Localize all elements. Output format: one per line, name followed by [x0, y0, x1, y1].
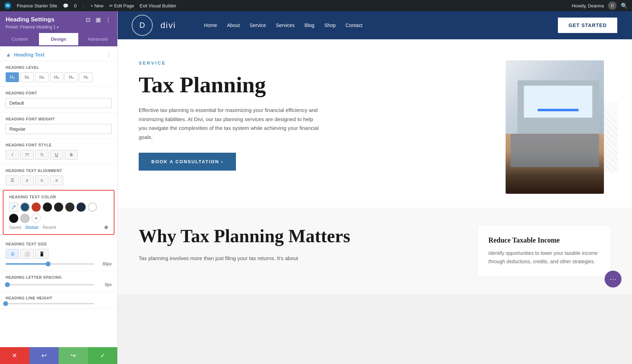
- nav-links: Home About Service Services Blog Shop Co…: [204, 22, 362, 28]
- howdy-text: Howdy, Deanna: [572, 3, 604, 8]
- h6-button[interactable]: H₆: [79, 72, 93, 82]
- exit-builder-button[interactable]: Exit Visual Builder: [140, 3, 177, 8]
- tab-design[interactable]: Design: [39, 33, 78, 46]
- hero-image-area: [506, 60, 611, 194]
- h4-button[interactable]: H₄: [50, 72, 63, 82]
- panel-content: ▲ Heading Text ⋮ Heading Level H₁ H₂ H₃ …: [0, 46, 117, 347]
- section-actions: ⋮: [106, 51, 112, 58]
- italic-button[interactable]: I: [6, 150, 19, 160]
- site-nav: D divi Home About Service Services Blog …: [118, 11, 632, 39]
- tablet-icon[interactable]: ⬜: [20, 249, 34, 259]
- letter-spacing-slider-thumb[interactable]: [5, 282, 10, 287]
- heading-font-group: Heading Font Default: [0, 87, 117, 113]
- heading-letter-spacing-group: Heading Letter Spacing 0px: [0, 271, 117, 292]
- line-height-slider-thumb[interactable]: [3, 301, 8, 306]
- left-panel: Heading Settings ⊡ ▣ ⋮ Preset: Finance H…: [0, 11, 118, 364]
- color-swatch-navy[interactable]: [77, 203, 86, 212]
- align-right-button[interactable]: ≡: [35, 176, 48, 185]
- color-swatch-red[interactable]: [32, 203, 41, 212]
- undo-button[interactable]: ↩: [29, 347, 59, 364]
- color-tab-saved[interactable]: Saved: [9, 225, 21, 230]
- search-icon[interactable]: 🔍: [621, 2, 628, 9]
- layout-icon[interactable]: ▣: [96, 16, 102, 23]
- desktop-icon[interactable]: 🖥: [6, 249, 19, 259]
- preset-chevron-icon[interactable]: ▾: [57, 25, 59, 29]
- color-tab-global[interactable]: Global: [25, 225, 38, 230]
- heading-line-height-group: Heading Line Height: [0, 292, 117, 309]
- edit-page-button[interactable]: ✏ Edit Page: [109, 3, 134, 8]
- heading-text-color-section: Heading Text Color +: [3, 190, 114, 235]
- heading-text-size-label: Heading Text Size: [6, 242, 112, 246]
- align-justify-button[interactable]: ≡: [50, 176, 63, 185]
- heading-font-weight-group: Heading Font Weight Regular: [0, 113, 117, 139]
- h5-button[interactable]: H₅: [65, 72, 78, 82]
- nav-blog[interactable]: Blog: [304, 22, 314, 28]
- color-swatch-black[interactable]: [9, 214, 18, 223]
- heading-level-buttons: H₁ H₂ H₃ H₄ H₅ H₆: [6, 72, 112, 82]
- h3-button[interactable]: H₃: [35, 72, 48, 82]
- align-left-button[interactable]: ☰: [6, 176, 19, 185]
- site-logo: D: [132, 15, 153, 36]
- color-tab-recent[interactable]: Recent: [42, 225, 56, 230]
- collapse-icon[interactable]: ▲: [6, 52, 11, 58]
- section-more-icon[interactable]: ⋮: [106, 51, 112, 58]
- redo-button[interactable]: ↪: [59, 347, 88, 364]
- color-swatch-light-gray[interactable]: [20, 214, 29, 223]
- color-swatch-white[interactable]: [88, 203, 97, 212]
- nav-about[interactable]: About: [227, 22, 240, 28]
- hero-description: Effective tax planning is essential for …: [139, 106, 321, 141]
- letter-spacing-slider-track[interactable]: [6, 284, 94, 285]
- eyedropper-tool[interactable]: [9, 203, 18, 212]
- cta-button[interactable]: GET STARTED: [557, 17, 618, 34]
- new-button[interactable]: + New: [91, 3, 104, 8]
- align-center-button[interactable]: ≡: [20, 176, 34, 185]
- color-swatch-dark-blue[interactable]: [20, 203, 29, 212]
- color-swatch-dark2[interactable]: [54, 203, 63, 212]
- nav-services[interactable]: Services: [276, 22, 295, 28]
- uppercase-button[interactable]: TT: [20, 150, 34, 160]
- fullscreen-icon[interactable]: ⊡: [86, 16, 92, 23]
- nav-shop[interactable]: Shop: [324, 22, 336, 28]
- heading-font-select[interactable]: Default: [6, 98, 112, 108]
- color-swatch-dark1[interactable]: [43, 203, 52, 212]
- nav-home[interactable]: Home: [204, 22, 217, 28]
- phone-icon[interactable]: 📱: [35, 249, 48, 259]
- second-content: Why Tax Planning Matters Tax planning in…: [139, 225, 456, 263]
- tab-content[interactable]: Content: [0, 33, 39, 46]
- fab-button[interactable]: ⋯: [605, 271, 621, 287]
- nav-service[interactable]: Service: [250, 22, 266, 28]
- line-height-slider-track[interactable]: [6, 303, 94, 304]
- color-settings-icon[interactable]: ⚙: [104, 225, 108, 230]
- color-tabs: Saved Global Recent ⚙: [9, 225, 108, 230]
- capitalize-button[interactable]: Tt: [35, 150, 48, 160]
- heading-text-alignment-group: Heading Text Alignment ☰ ≡ ≡ ≡: [0, 164, 117, 190]
- card-description: Identify opportunities to lower your tax…: [488, 249, 600, 266]
- heading-font-weight-select[interactable]: Regular: [6, 124, 112, 134]
- heading-font-style-buttons: I TT Tt U S: [6, 150, 112, 160]
- hero-content: SERVICE Tax Planning Effective tax plann…: [139, 60, 485, 194]
- more-options-icon[interactable]: ⋮: [105, 16, 112, 23]
- size-slider-track[interactable]: [6, 263, 94, 265]
- strikethrough-button[interactable]: S: [65, 150, 78, 160]
- h1-button[interactable]: H₁: [6, 72, 19, 82]
- wp-logo-icon[interactable]: W: [4, 2, 11, 9]
- tab-advanced[interactable]: Advanced: [78, 33, 117, 46]
- underline-button[interactable]: U: [50, 150, 63, 160]
- panel-header-icons: ⊡ ▣ ⋮: [86, 16, 112, 23]
- panel-header: Heading Settings ⊡ ▣ ⋮ Preset: Finance H…: [0, 11, 117, 33]
- heading-font-style-group: Heading Font Style I TT Tt U S: [0, 139, 117, 164]
- heading-font-style-label: Heading Font Style: [6, 143, 112, 147]
- preset-line: Preset: Finance Heading 1 ▾: [6, 25, 112, 29]
- hero-image-placeholder: [506, 60, 604, 194]
- nav-contact[interactable]: Contact: [345, 22, 362, 28]
- second-section-wrapper: Why Tax Planning Matters Tax planning in…: [118, 208, 632, 294]
- panel-actions: ✕ ↩ ↪ ✓: [0, 347, 117, 364]
- h2-button[interactable]: H₂: [20, 72, 34, 82]
- save-button[interactable]: ✓: [88, 347, 118, 364]
- color-swatch-dark3[interactable]: [65, 203, 74, 212]
- cancel-button[interactable]: ✕: [0, 347, 29, 364]
- color-add-button[interactable]: +: [32, 214, 41, 223]
- book-consultation-button[interactable]: BOOK A CONSULTATION ›: [139, 153, 236, 171]
- site-name: Finance Starter Site: [17, 3, 57, 8]
- size-slider-thumb[interactable]: [46, 262, 51, 266]
